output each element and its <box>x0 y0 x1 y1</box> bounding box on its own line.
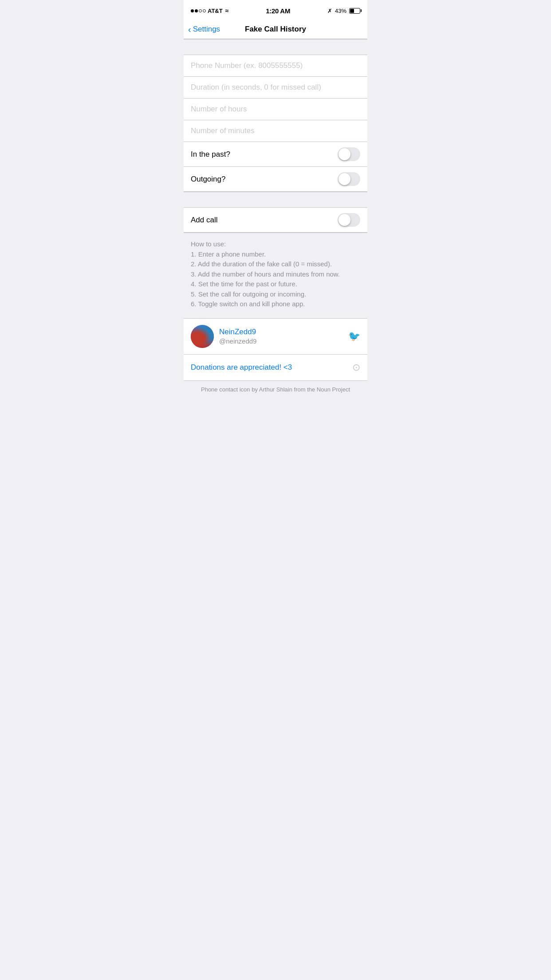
in-the-past-toggle[interactable] <box>338 147 360 161</box>
instructions-step-4: 4. Set the time for the past or future. <box>191 279 360 289</box>
chevron-left-icon: ‹ <box>188 25 191 34</box>
toggle-knob-3 <box>338 214 350 226</box>
in-the-past-row: In the past? <box>184 142 367 167</box>
outgoing-toggle[interactable] <box>338 172 360 186</box>
carrier-label: AT&T <box>208 8 223 14</box>
instructions-step-5: 5. Set the call for outgoing or incoming… <box>191 289 360 300</box>
user-text: NeinZedd9 @neinzedd9 <box>219 328 256 345</box>
back-label: Settings <box>193 25 220 34</box>
page-title: Fake Call History <box>245 25 306 34</box>
attribution-text: Phone contact icon by Arthur Shlain from… <box>191 386 360 393</box>
instructions-step-1: 1. Enter a phone number. <box>191 249 360 260</box>
donation-text: Donations are appreciated! <3 <box>191 363 292 372</box>
avatar <box>191 325 214 348</box>
duration-input[interactable] <box>191 83 360 92</box>
user-info: NeinZedd9 @neinzedd9 <box>191 325 256 348</box>
minutes-input[interactable] <box>191 126 360 135</box>
hours-row[interactable] <box>184 99 367 120</box>
add-call-label: Add call <box>191 216 217 225</box>
dot-2 <box>195 9 198 12</box>
instructions-title: How to use: <box>191 239 360 249</box>
dot-3 <box>199 9 202 12</box>
signal-strength <box>191 9 206 12</box>
outgoing-label: Outgoing? <box>191 175 225 184</box>
wifi-icon: ≈ <box>225 7 229 14</box>
battery-indicator <box>349 8 360 14</box>
status-bar: AT&T ≈ 1:20 AM ✗ 43% <box>184 0 367 20</box>
nav-bar: ‹ Settings Fake Call History <box>184 20 367 39</box>
section-separator-top <box>184 39 367 55</box>
dot-4 <box>203 9 206 12</box>
compass-icon[interactable]: ⊙ <box>352 362 360 373</box>
twitter-icon[interactable]: 🐦 <box>348 331 360 342</box>
avatar-image <box>191 325 214 348</box>
section-separator-middle <box>184 192 367 208</box>
battery-fill <box>350 9 354 13</box>
hours-input[interactable] <box>191 105 360 114</box>
phone-number-input[interactable] <box>191 61 360 70</box>
instructions-step-2: 2. Add the duration of the fake call (0 … <box>191 259 360 269</box>
in-the-past-label: In the past? <box>191 150 230 159</box>
user-handle: @neinzedd9 <box>219 337 256 345</box>
add-call-row: Add call <box>184 208 367 233</box>
instructions-step-6: 6. Toggle switch on and kill phone app. <box>191 299 360 309</box>
add-call-toggle[interactable] <box>338 213 360 227</box>
toggle-knob <box>338 148 350 160</box>
instructions-section: How to use: 1. Enter a phone number. 2. … <box>184 233 367 318</box>
duration-row[interactable] <box>184 77 367 99</box>
phone-number-row[interactable] <box>184 55 367 77</box>
username: NeinZedd9 <box>219 328 256 336</box>
user-row[interactable]: NeinZedd9 @neinzedd9 🐦 <box>184 318 367 355</box>
dot-1 <box>191 9 194 12</box>
status-left: AT&T ≈ <box>191 7 228 14</box>
outgoing-row: Outgoing? <box>184 167 367 192</box>
status-time: 1:20 AM <box>266 7 290 15</box>
back-button[interactable]: ‹ Settings <box>188 25 220 34</box>
battery-percent: 43% <box>335 8 346 14</box>
minutes-row[interactable] <box>184 120 367 142</box>
toggle-knob-2 <box>338 173 350 185</box>
donation-row[interactable]: Donations are appreciated! <3 ⊙ <box>184 355 367 381</box>
attribution-section: Phone contact icon by Arthur Shlain from… <box>184 381 367 398</box>
status-right: ✗ 43% <box>327 8 360 14</box>
bluetooth-icon: ✗ <box>327 8 332 14</box>
instructions-step-3: 3. Add the number of hours and minutes f… <box>191 269 360 280</box>
